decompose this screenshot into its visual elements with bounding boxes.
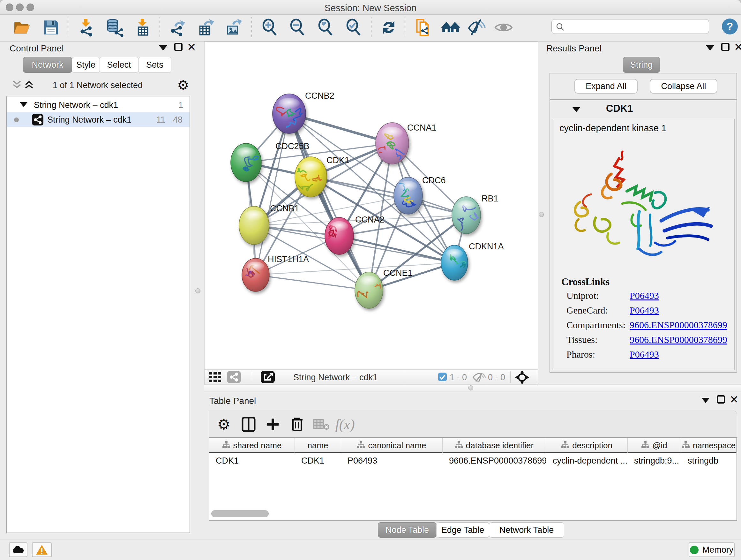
- export-table-icon[interactable]: [195, 15, 215, 40]
- show-column-panel-icon[interactable]: [240, 415, 258, 433]
- import-network-database-icon[interactable]: [104, 15, 125, 40]
- tab-network[interactable]: Network: [23, 57, 72, 73]
- clone-network-icon[interactable]: [413, 15, 433, 40]
- panel-menu-icon[interactable]: [701, 398, 710, 403]
- refresh-layout-icon[interactable]: [379, 15, 399, 40]
- memory-button[interactable]: Memory: [689, 543, 735, 557]
- panel-close-icon[interactable]: ✕: [730, 395, 739, 403]
- panel-float-icon[interactable]: [717, 395, 725, 403]
- column-header-description[interactable]: description: [546, 438, 628, 453]
- network-node-hist1h1a[interactable]: HIST1H1A: [242, 254, 309, 292]
- import-table-file-icon[interactable]: [132, 15, 153, 40]
- network-node-ccne1[interactable]: CCNE1: [355, 268, 413, 308]
- network-edge[interactable]: [256, 114, 289, 275]
- crosslink-link[interactable]: P06493: [630, 290, 659, 301]
- tab-node-table[interactable]: Node Table: [378, 522, 436, 538]
- network-view-icon[interactable]: [227, 371, 241, 383]
- horizontal-scrollbar[interactable]: [211, 510, 269, 517]
- column-header-shared-name[interactable]: shared name: [209, 438, 295, 453]
- create-column-icon[interactable]: [264, 415, 282, 433]
- crosslink-link[interactable]: 9606.ENSP00000378699: [630, 320, 727, 330]
- tab-string[interactable]: String: [623, 57, 660, 73]
- node-result-card: CDK1 cyclin-dependent kinase 1: [549, 100, 737, 373]
- column-header-database-identifier[interactable]: database identifier: [443, 438, 546, 453]
- column-type-icon: [357, 441, 365, 450]
- network-node-cdkn1a[interactable]: CDKN1A: [441, 242, 504, 280]
- view-toolbar-separator: [469, 371, 469, 383]
- network-node-label: CCNB1: [270, 204, 299, 213]
- warnings-button[interactable]: [32, 543, 52, 557]
- horizontal-splitter[interactable]: [204, 384, 741, 391]
- table-cell[interactable]: CDK1: [295, 453, 341, 468]
- export-image-icon[interactable]: [223, 15, 243, 40]
- card-collapse-icon[interactable]: [572, 107, 580, 112]
- birds-eye-view-icon[interactable]: [261, 371, 275, 383]
- grid-view-icon[interactable]: [209, 372, 222, 383]
- network-node-cdk1[interactable]: CDK1: [293, 155, 349, 197]
- main-toolbar: ?: [0, 15, 741, 42]
- column-header-namespace[interactable]: namespace: [681, 438, 737, 453]
- network-row[interactable]: String Network – cdk1 11 48: [7, 112, 190, 127]
- hide-selection-icon[interactable]: [467, 15, 487, 40]
- network-edge[interactable]: [256, 275, 369, 290]
- first-neighbors-icon[interactable]: [441, 15, 461, 40]
- help-button[interactable]: ?: [722, 18, 738, 35]
- panel-close-icon[interactable]: ✕: [187, 43, 196, 51]
- import-network-file-icon[interactable]: [76, 15, 96, 40]
- table-row[interactable]: CDK1CDK1P064939606.ENSP00000378699cyclin…: [209, 453, 737, 468]
- warning-icon: [36, 544, 48, 555]
- export-network-icon[interactable]: [167, 15, 187, 40]
- pan-crosshair-icon[interactable]: [515, 370, 529, 385]
- tab-select[interactable]: Select: [99, 57, 138, 73]
- table-options-gear-icon[interactable]: ⚙: [215, 415, 232, 433]
- expand-all-button[interactable]: Expand All: [575, 79, 637, 94]
- search-input[interactable]: [567, 20, 704, 33]
- cloud-button[interactable]: [9, 543, 27, 557]
- tab-network-table[interactable]: Network Table: [489, 522, 564, 538]
- column-header-name[interactable]: name: [295, 438, 341, 453]
- table-cell[interactable]: CDK1: [209, 453, 295, 468]
- table-cell[interactable]: cyclin-dependent ...: [546, 453, 628, 468]
- table-cell[interactable]: 9606.ENSP00000378699: [443, 453, 546, 468]
- column-header-canonical-name[interactable]: canonical name: [341, 438, 443, 453]
- zoom-selected-icon[interactable]: [343, 15, 364, 40]
- network-options-gear-icon[interactable]: ⚙: [177, 77, 189, 93]
- table-cell[interactable]: stringdb: [681, 453, 737, 468]
- tab-style[interactable]: Style: [72, 57, 100, 73]
- left-splitter-handle[interactable]: [195, 288, 200, 294]
- network-node-rb1[interactable]: RB1: [452, 194, 498, 234]
- selected-nodes-checkbox-icon[interactable]: [438, 373, 447, 381]
- table-cell[interactable]: P06493: [341, 453, 443, 468]
- panel-menu-icon[interactable]: [706, 45, 714, 51]
- network-edge[interactable]: [339, 236, 455, 263]
- expand-collapse-bar: Expand All Collapse All: [549, 73, 737, 100]
- zoom-out-icon[interactable]: [287, 15, 308, 40]
- tree-expand-icon[interactable]: [20, 102, 27, 107]
- tab-sets[interactable]: Sets: [138, 57, 172, 73]
- network-node-ccna1[interactable]: CCNA1: [374, 123, 436, 164]
- tab-edge-table[interactable]: Edge Table: [436, 522, 489, 538]
- save-session-icon[interactable]: [41, 15, 61, 40]
- crosslink-link[interactable]: P06493: [630, 349, 659, 360]
- crosslink-link[interactable]: 9606.ENSP00000378699: [630, 334, 727, 345]
- crosslink-row: Uniprot:P06493: [559, 290, 731, 305]
- network-canvas[interactable]: CCNB2CCNA1CDC25BCDK1CDC6RB1CCNB1CCNA2CDK…: [204, 42, 538, 370]
- column-header--id[interactable]: @id: [628, 438, 681, 453]
- panel-float-icon[interactable]: [174, 43, 183, 51]
- delete-column-trash-icon[interactable]: [288, 415, 306, 433]
- open-session-icon[interactable]: [11, 15, 32, 40]
- table-cell[interactable]: stringdb:9...: [628, 453, 681, 468]
- show-all-icon[interactable]: [493, 15, 514, 40]
- crosslink-link[interactable]: P06493: [630, 305, 659, 316]
- panel-menu-icon[interactable]: [159, 45, 167, 51]
- collapse-all-button[interactable]: Collapse All: [650, 79, 718, 94]
- zoom-fit-icon[interactable]: [315, 15, 336, 40]
- network-node-count: 11: [156, 115, 165, 125]
- zoom-in-icon[interactable]: [259, 15, 280, 40]
- panel-close-icon[interactable]: ✕: [734, 43, 741, 51]
- panel-float-icon[interactable]: [721, 43, 730, 51]
- control-panel: Control Panel ✕ Network Style Select Set…: [3, 42, 192, 535]
- cloud-icon: [12, 546, 24, 554]
- splitter-handle[interactable]: [468, 385, 473, 390]
- network-collection-row[interactable]: String Network – cdk1 1: [7, 98, 190, 112]
